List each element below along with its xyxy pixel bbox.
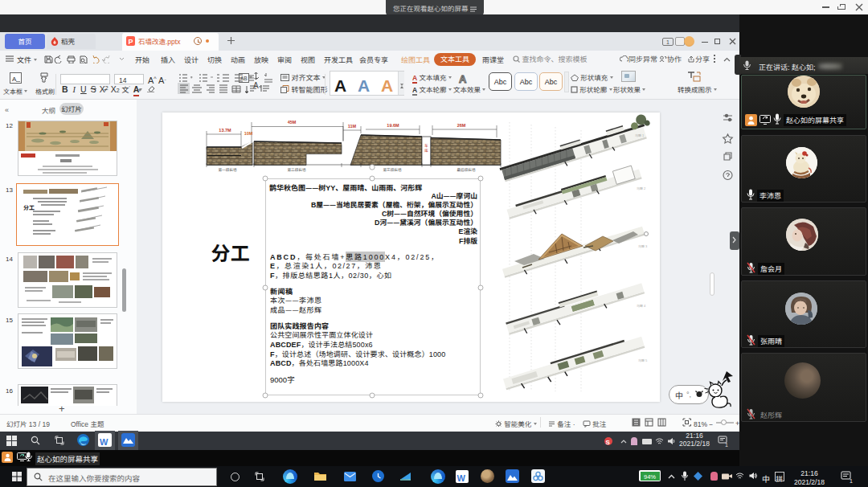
svg-text:第一段石墙: 第一段石墙 bbox=[219, 167, 237, 172]
svg-text:分工: 分工 bbox=[23, 203, 35, 211]
svg-text:乌瞰 4: 乌瞰 4 bbox=[637, 303, 646, 308]
svg-text:10M: 10M bbox=[244, 130, 253, 137]
svg-text:库: 库 bbox=[424, 147, 428, 153]
svg-text:45M: 45M bbox=[288, 119, 297, 125]
svg-text:乌瞰 2: 乌瞰 2 bbox=[637, 186, 646, 190]
svg-text:13.7M: 13.7M bbox=[219, 127, 231, 133]
svg-text:26M: 26M bbox=[457, 122, 466, 129]
svg-text:11M: 11M bbox=[348, 123, 357, 129]
svg-text:乌瞰 1: 乌瞰 1 bbox=[635, 133, 645, 137]
svg-text:乌瞰 3: 乌瞰 3 bbox=[638, 244, 648, 248]
svg-text:乌瞰 5: 乌瞰 5 bbox=[638, 358, 648, 362]
svg-text:19.6M: 19.6M bbox=[387, 122, 399, 129]
